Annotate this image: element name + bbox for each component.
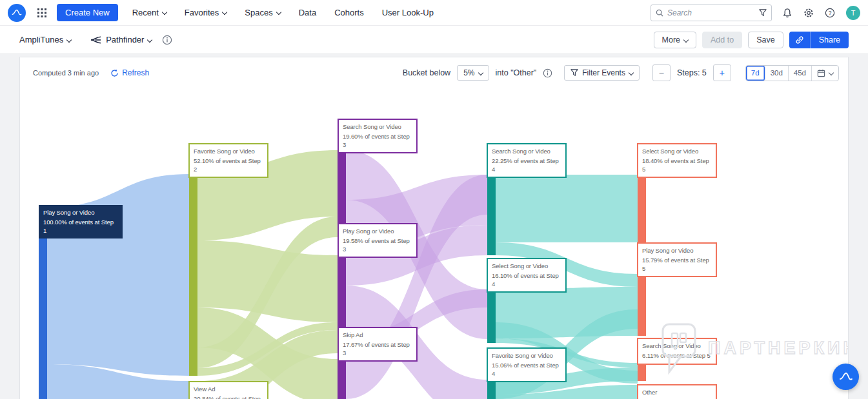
sankey-node-bar[interactable] bbox=[189, 174, 197, 376]
sankey-node-label[interactable]: Play Song or Video19.58% of events at St… bbox=[338, 223, 418, 258]
chevron-down-icon bbox=[162, 10, 167, 15]
chart-settings: Bucket below 5% into "Other" Filter Even… bbox=[403, 64, 839, 81]
amplitude-fab-button[interactable] bbox=[833, 364, 859, 390]
chevron-down-icon bbox=[66, 37, 72, 42]
sankey-node-label[interactable]: Favorite Song or Video15.06% of events a… bbox=[487, 347, 567, 382]
sankey-node-bar[interactable] bbox=[338, 359, 346, 399]
sankey-node-label[interactable]: Search Song or Video22.25% of events at … bbox=[487, 143, 567, 178]
bucket-below-label: Bucket below bbox=[403, 68, 450, 77]
chevron-down-icon bbox=[829, 70, 834, 75]
sankey-link[interactable] bbox=[496, 175, 638, 242]
menu-user-lookup[interactable]: User Look-Up bbox=[382, 8, 434, 17]
sankey-node-bar[interactable] bbox=[638, 363, 646, 381]
chart-toolbar: AmpliTunes Pathfinder More Add to Save S… bbox=[0, 26, 868, 54]
share-split-button[interactable]: Share bbox=[789, 32, 849, 48]
chart-type-selector[interactable]: Pathfinder bbox=[90, 35, 152, 44]
sankey-node-bar[interactable] bbox=[487, 289, 496, 343]
date-range-group: 7d 30d 45d bbox=[745, 65, 839, 81]
sankey-node-label[interactable]: Select Song or Video16.10% of events at … bbox=[487, 258, 567, 293]
menu-favorites[interactable]: Favorites bbox=[185, 8, 227, 17]
refresh-icon bbox=[110, 69, 119, 77]
filter-funnel-icon bbox=[570, 69, 578, 77]
sankey-node-bar[interactable] bbox=[487, 175, 496, 255]
range-7d[interactable]: 7d bbox=[746, 66, 765, 81]
amplitude-logo-icon[interactable] bbox=[8, 4, 26, 22]
toolbar-actions: More Add to Save Share bbox=[654, 32, 849, 48]
range-30d[interactable]: 30d bbox=[765, 66, 789, 81]
save-button[interactable]: Save bbox=[748, 32, 783, 48]
chevron-down-icon bbox=[629, 70, 634, 75]
calendar-icon bbox=[817, 69, 825, 77]
chevron-down-icon bbox=[683, 37, 689, 42]
range-45d[interactable]: 45d bbox=[789, 66, 812, 81]
create-new-button[interactable]: Create New bbox=[57, 4, 118, 21]
user-avatar[interactable]: T bbox=[846, 6, 860, 20]
steps-count-label: Steps: 5 bbox=[677, 68, 707, 77]
add-to-button[interactable]: Add to bbox=[702, 32, 742, 48]
top-icon-group: ? T bbox=[782, 6, 860, 20]
notifications-bell-icon[interactable] bbox=[782, 8, 792, 18]
sankey-node-label[interactable]: Select Song or Video18.40% of events at … bbox=[637, 143, 717, 178]
chevron-down-icon bbox=[276, 10, 281, 15]
chevron-down-icon bbox=[478, 70, 483, 75]
apps-grid-icon[interactable] bbox=[37, 8, 46, 17]
sankey-link[interactable] bbox=[47, 174, 189, 376]
sankey-node-label[interactable]: Favorite Song or Video52.10% of events a… bbox=[188, 143, 268, 178]
info-icon[interactable] bbox=[162, 35, 172, 45]
pathfinder-sankey-chart[interactable] bbox=[20, 57, 849, 399]
link-icon bbox=[795, 35, 804, 44]
search-icon bbox=[656, 9, 663, 17]
sankey-node-bar[interactable] bbox=[487, 380, 496, 399]
sankey-node-bar[interactable] bbox=[638, 274, 646, 336]
chart-controls: Computed 3 min ago Refresh Bucket below … bbox=[33, 64, 839, 81]
sankey-node-label[interactable]: Play Song or Video100.00% of events at S… bbox=[39, 205, 123, 238]
chevron-down-icon bbox=[222, 10, 227, 15]
sankey-node-label[interactable]: Skip Ad17.67% of events at Step 3 bbox=[338, 327, 418, 362]
info-icon[interactable] bbox=[543, 68, 552, 78]
search-input[interactable] bbox=[667, 8, 755, 17]
sankey-node-label[interactable]: View Ad20.84% of events at Step 2 bbox=[188, 381, 268, 399]
top-nav: Create New Recent Favorites Spaces Data … bbox=[0, 0, 868, 26]
add-step-button[interactable]: + bbox=[713, 64, 731, 81]
chart-card: Computed 3 min ago Refresh Bucket below … bbox=[19, 57, 849, 399]
settings-gear-icon[interactable] bbox=[803, 8, 814, 18]
into-other-label: into "Other" bbox=[496, 68, 537, 77]
sankey-node-label[interactable]: Search Song or Video19.60% of events at … bbox=[338, 119, 418, 153]
date-picker-button[interactable] bbox=[812, 66, 838, 81]
refresh-button[interactable]: Refresh bbox=[110, 68, 149, 77]
filter-events-button[interactable]: Filter Events bbox=[564, 65, 640, 81]
copy-link-button[interactable] bbox=[789, 32, 811, 48]
menu-data[interactable]: Data bbox=[299, 8, 316, 17]
menu-spaces[interactable]: Spaces bbox=[245, 8, 280, 17]
project-selector[interactable]: AmpliTunes bbox=[19, 35, 71, 44]
menu-recent[interactable]: Recent bbox=[132, 8, 167, 17]
chevron-down-icon bbox=[147, 37, 152, 42]
share-button[interactable]: Share bbox=[811, 32, 849, 48]
menu-cohorts[interactable]: Cohorts bbox=[334, 8, 364, 17]
sankey-node-label[interactable]: Play Song or Video15.79% of events at St… bbox=[637, 242, 717, 277]
sankey-node-label[interactable]: Search Song or Video6.11% of events at S… bbox=[637, 338, 717, 365]
compute-status: Computed 3 min ago Refresh bbox=[33, 68, 149, 77]
remove-step-button[interactable]: − bbox=[652, 64, 671, 81]
computed-timestamp: Computed 3 min ago bbox=[33, 69, 99, 77]
global-search[interactable] bbox=[651, 5, 772, 21]
main-menu: Recent Favorites Spaces Data Cohorts Use… bbox=[132, 8, 434, 17]
pathfinder-icon bbox=[90, 35, 101, 44]
svg-text:?: ? bbox=[829, 10, 832, 16]
filter-funnel-icon[interactable] bbox=[759, 9, 767, 17]
bucket-threshold-select[interactable]: 5% bbox=[457, 65, 489, 81]
sankey-node-bar[interactable] bbox=[638, 175, 646, 242]
help-icon[interactable]: ? bbox=[825, 8, 835, 18]
more-button[interactable]: More bbox=[654, 32, 696, 48]
sankey-node-label[interactable]: Other bbox=[637, 384, 717, 399]
